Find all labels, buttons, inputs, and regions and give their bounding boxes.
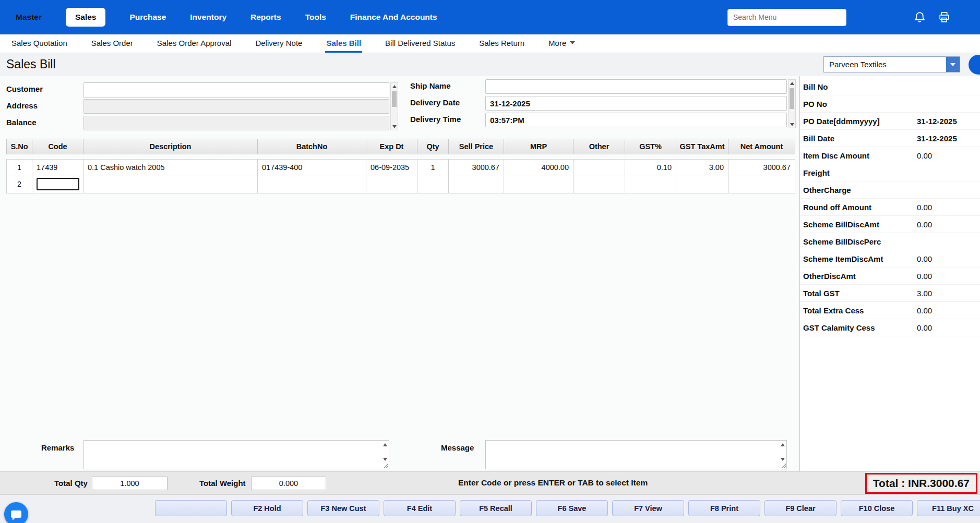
cell-gsttaxamt[interactable]: [676, 176, 728, 193]
subnav-item[interactable]: Sales Return: [478, 34, 525, 53]
ship-block-scrollbar[interactable]: [788, 79, 796, 128]
summary-row[interactable]: Scheme BillDiscAmt 0.00: [800, 216, 980, 233]
scroll-down-icon[interactable]: [788, 121, 795, 128]
scroll-down-icon[interactable]: [381, 456, 388, 463]
summary-row[interactable]: Total GST 3.00: [800, 285, 980, 302]
cell-gstpct[interactable]: 0.10: [625, 159, 676, 176]
notifications-bell-icon[interactable]: [913, 11, 926, 24]
subnav-item[interactable]: Delivery Note: [254, 34, 303, 53]
summary-row[interactable]: Scheme ItemDiscAmt 0.00: [800, 250, 980, 267]
scroll-down-icon[interactable]: [779, 456, 786, 463]
summary-value: 3.00: [917, 289, 932, 298]
cell-netamount[interactable]: [728, 176, 795, 193]
topnav-item[interactable]: Finance And Accounts: [350, 13, 437, 22]
subnav-item[interactable]: Sales Order: [90, 34, 134, 53]
cell-qty[interactable]: 1: [417, 159, 449, 176]
summary-label: OtherCharge: [803, 186, 851, 194]
summary-row[interactable]: PO No: [800, 95, 980, 113]
message-textarea[interactable]: [485, 440, 787, 469]
remarks-textarea[interactable]: [83, 440, 389, 469]
summary-row[interactable]: Bill Date 31-12-2025: [800, 130, 980, 147]
company-selector-dropdown-button[interactable]: [946, 57, 960, 72]
cell-sellprice[interactable]: [449, 176, 504, 193]
ship-name-input[interactable]: [485, 79, 787, 94]
subnav-item[interactable]: Sales Order Approval: [156, 34, 233, 53]
function-button[interactable]: F3 New Cust: [307, 500, 379, 516]
function-button[interactable]: F5 Recall: [460, 500, 532, 516]
balance-label: Balance: [6, 118, 37, 127]
topnav-item[interactable]: Reports: [250, 13, 281, 22]
summary-row[interactable]: Round off Amount 0.00: [800, 199, 980, 216]
delivery-date-input[interactable]: [485, 96, 787, 111]
total-weight-input[interactable]: [251, 477, 326, 490]
cell-sellprice[interactable]: 3000.67: [449, 159, 504, 176]
function-button[interactable]: F7 View: [612, 500, 684, 516]
topnav-item[interactable]: Tools: [305, 13, 326, 22]
resize-grip-icon[interactable]: [383, 463, 388, 468]
cell-code[interactable]: [32, 176, 83, 193]
function-button[interactable]: F6 Save: [536, 500, 608, 516]
subnav-item-more[interactable]: More: [547, 34, 576, 53]
scroll-up-icon[interactable]: [788, 80, 795, 87]
cell-netamount[interactable]: 3000.67: [728, 159, 795, 176]
summary-row[interactable]: OtherCharge: [800, 181, 980, 199]
help-circle-icon[interactable]: [969, 55, 980, 75]
summary-row[interactable]: PO Date[ddmmyyyy] 31-12-2025: [800, 113, 980, 130]
summary-row[interactable]: OtherDiscAmt 0.00: [800, 267, 980, 285]
function-button[interactable]: F10 Close: [841, 500, 913, 516]
cell-gsttaxamt[interactable]: 3.00: [676, 159, 728, 176]
scroll-up-icon[interactable]: [391, 83, 398, 90]
summary-row[interactable]: Freight: [800, 164, 980, 181]
cell-mrp[interactable]: [504, 176, 573, 193]
summary-row[interactable]: Bill No: [800, 78, 980, 95]
function-button[interactable]: F9 Clear: [764, 500, 836, 516]
scrollbar-thumb[interactable]: [790, 88, 794, 109]
customer-block-scrollbar[interactable]: [390, 82, 398, 130]
scroll-up-icon[interactable]: [381, 441, 388, 448]
cell-expdt[interactable]: [366, 176, 417, 193]
function-button[interactable]: F2 Hold: [231, 500, 303, 516]
topnav-item[interactable]: Inventory: [190, 13, 226, 22]
company-selector[interactable]: Parveen Textiles: [823, 56, 960, 72]
cell-qty[interactable]: [417, 176, 449, 193]
cell-expdt[interactable]: 06-09-2035: [366, 159, 417, 176]
cell-batchno[interactable]: [258, 176, 366, 193]
subnav-item[interactable]: Sales Bill: [325, 34, 362, 53]
total-qty-input[interactable]: [92, 477, 168, 490]
printer-icon[interactable]: [938, 11, 951, 24]
delivery-time-input[interactable]: [485, 113, 787, 127]
function-button[interactable]: F4 Edit: [384, 500, 456, 516]
summary-row[interactable]: GST Calamity Cess 0.00: [800, 319, 980, 336]
customer-input[interactable]: [83, 82, 389, 98]
function-button[interactable]: F11 Buy XC: [917, 500, 980, 516]
topnav-item[interactable]: Purchase: [129, 13, 166, 22]
summary-row[interactable]: Scheme BillDiscPerc: [800, 233, 980, 250]
chat-widget-button[interactable]: [4, 502, 28, 523]
cell-other[interactable]: [573, 159, 625, 176]
summary-value: 31-12-2025: [917, 134, 957, 143]
cell-mrp[interactable]: 4000.00: [504, 159, 573, 176]
cell-batchno[interactable]: 017439-400: [258, 159, 366, 176]
cell-sno[interactable]: 2: [6, 176, 32, 193]
function-button[interactable]: [155, 500, 227, 516]
subnav-item[interactable]: Sales Quotation: [10, 34, 68, 53]
cell-other[interactable]: [573, 176, 625, 193]
cell-description[interactable]: 0.1 Cashio watch 2005: [83, 159, 258, 176]
summary-row[interactable]: Total Extra Cess 0.00: [800, 302, 980, 319]
cell-sno[interactable]: 1: [6, 159, 32, 176]
summary-label: Bill Date: [803, 134, 834, 143]
function-button[interactable]: F8 Print: [688, 500, 760, 516]
scroll-down-icon[interactable]: [391, 123, 398, 130]
code-input-focused[interactable]: [37, 178, 79, 190]
scroll-up-icon[interactable]: [779, 441, 786, 448]
cell-code[interactable]: 17439: [32, 159, 83, 176]
subnav-item[interactable]: Bill Delivered Status: [384, 34, 456, 53]
topnav-item[interactable]: Master: [16, 13, 42, 22]
cell-gstpct[interactable]: [625, 176, 676, 193]
resize-grip-icon[interactable]: [780, 463, 786, 468]
search-input[interactable]: [727, 9, 846, 26]
topnav-item[interactable]: Sales: [66, 8, 106, 27]
scrollbar-thumb[interactable]: [392, 91, 397, 107]
cell-description[interactable]: [83, 176, 258, 193]
summary-row[interactable]: Item Disc Amount 0.00: [800, 147, 980, 164]
